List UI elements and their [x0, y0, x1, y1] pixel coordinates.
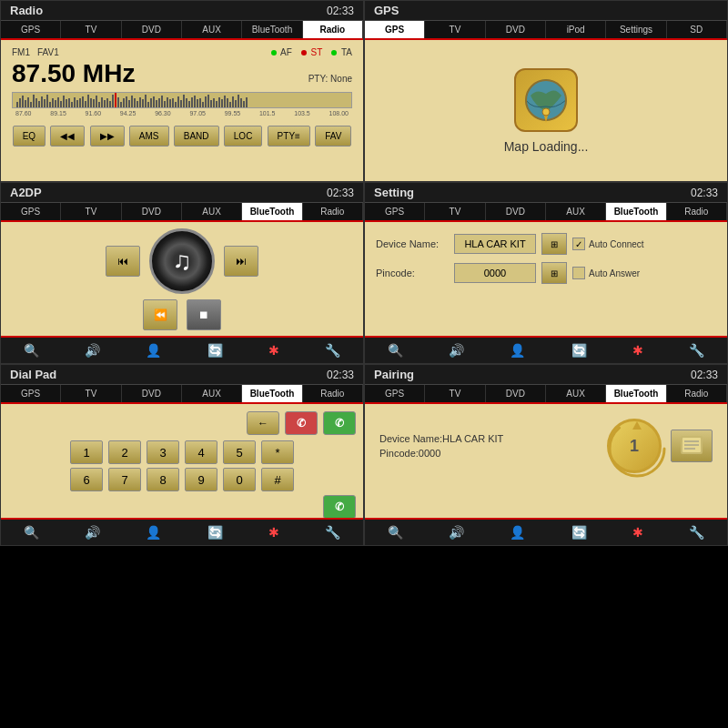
dialpad-keypad: ← ✆ ✆ 1 2 3 4 5 * 6 7 8 9 0 # ✆ [5, 408, 359, 518]
setting-content: Device Name: ⊞ ✓ Auto Connect Pincode: ⊞… [365, 222, 727, 336]
dialpad-bluetooth-icon[interactable]: ✱ [263, 523, 285, 541]
tab-dialpad-bluetooth[interactable]: BlueTooth [242, 385, 302, 402]
pairing-contact-icon[interactable]: 👤 [504, 523, 531, 541]
hangup-button[interactable]: ✆ [285, 411, 318, 435]
key-hash[interactable]: # [261, 468, 294, 491]
eq-button[interactable]: EQ [13, 126, 46, 147]
tab-pairing-aux[interactable]: AUX [546, 385, 606, 402]
search-icon[interactable]: 🔍 [18, 341, 45, 359]
loc-button[interactable]: LOC [224, 126, 263, 147]
a2dp-next-button[interactable]: ⏭ [224, 246, 258, 277]
key-8[interactable]: 8 [147, 468, 179, 491]
tab-gps-tv[interactable]: TV [425, 21, 485, 38]
tab-dialpad-gps[interactable]: GPS [1, 385, 61, 402]
setting-search-icon[interactable]: 🔍 [382, 341, 409, 359]
tab-dialpad-dvd[interactable]: DVD [122, 385, 182, 402]
pairing-volume-icon[interactable]: 🔊 [443, 523, 470, 541]
tab-gps[interactable]: GPS [1, 21, 61, 38]
pty-button[interactable]: PTY≡ [268, 126, 310, 147]
tab-gps-ipod[interactable]: iPod [546, 21, 606, 38]
tab-tv[interactable]: TV [61, 21, 121, 38]
tab-dvd[interactable]: DVD [122, 21, 182, 38]
tab-a2dp-bluetooth[interactable]: BlueTooth [242, 203, 302, 220]
dialpad-contact-icon[interactable]: 👤 [140, 523, 167, 541]
device-name-grid-button[interactable]: ⊞ [541, 233, 567, 255]
tab-setting-gps[interactable]: GPS [365, 203, 425, 220]
key-star[interactable]: * [261, 440, 294, 464]
tab-pairing-tv[interactable]: TV [425, 385, 485, 402]
tab-dialpad-aux[interactable]: AUX [182, 385, 242, 402]
tab-setting-bluetooth[interactable]: BlueTooth [606, 203, 666, 220]
setting-contact-icon[interactable]: 👤 [504, 341, 531, 359]
volume-icon[interactable]: 🔊 [79, 341, 106, 359]
answer-button-2[interactable]: ✆ [323, 495, 356, 518]
pairing-bluetooth-icon[interactable]: ✱ [627, 523, 649, 541]
tab-pairing-radio[interactable]: Radio [667, 385, 727, 402]
bluetooth-icon[interactable]: ✱ [263, 341, 285, 359]
pairing-refresh-icon[interactable]: 🔄 [566, 523, 592, 541]
pairing-search-icon[interactable]: 🔍 [382, 523, 409, 541]
dialpad-volume-icon[interactable]: 🔊 [79, 523, 106, 541]
key-5[interactable]: 5 [223, 440, 256, 464]
radio-content: FM1 FAV1 AF ST TA 87.50 MHz [1, 40, 363, 181]
tab-a2dp-tv[interactable]: TV [61, 203, 121, 220]
tab-pairing-bluetooth[interactable]: BlueTooth [606, 385, 666, 402]
ams-button[interactable]: AMS [129, 126, 169, 147]
tab-dialpad-tv[interactable]: TV [61, 385, 121, 402]
prev-prev-button[interactable]: ◀◀ [50, 126, 85, 147]
key-6[interactable]: 6 [70, 468, 103, 491]
auto-connect-checkbox[interactable]: ✓ [572, 238, 585, 250]
tab-gps-sd[interactable]: SD [667, 21, 727, 38]
key-2[interactable]: 2 [108, 440, 141, 464]
band-button[interactable]: BAND [174, 126, 219, 147]
a2dp-stop-button[interactable]: ⏹ [187, 299, 221, 330]
contact-icon[interactable]: 👤 [140, 341, 167, 359]
music-note-icon: ♫ [173, 247, 192, 276]
backspace-button[interactable]: ← [247, 411, 279, 435]
tab-a2dp-radio[interactable]: Radio [303, 203, 363, 220]
answer-button[interactable]: ✆ [323, 411, 356, 435]
tab-aux[interactable]: AUX [182, 21, 242, 38]
tab-pairing-gps[interactable]: GPS [365, 385, 425, 402]
setting-volume-icon[interactable]: 🔊 [443, 341, 470, 359]
a2dp-prev-track-button[interactable]: ⏪ [143, 299, 177, 330]
key-0[interactable]: 0 [223, 468, 256, 491]
dialpad-search-icon[interactable]: 🔍 [18, 523, 45, 541]
dialpad-refresh-icon[interactable]: 🔄 [202, 523, 228, 541]
pincode-input[interactable] [454, 263, 536, 283]
pairing-confirm-button[interactable] [671, 430, 713, 462]
pairing-settings-icon[interactable]: 🔧 [683, 523, 710, 541]
key-1[interactable]: 1 [70, 440, 103, 464]
auto-answer-checkbox[interactable] [572, 267, 585, 279]
setting-bluetooth-icon[interactable]: ✱ [627, 341, 649, 359]
key-7[interactable]: 7 [108, 468, 141, 491]
fav-button[interactable]: FAV [315, 126, 351, 147]
tab-setting-radio[interactable]: Radio [667, 203, 727, 220]
music-disc: ♫ [149, 228, 215, 294]
next-next-button[interactable]: ▶▶ [90, 126, 125, 147]
tab-setting-tv[interactable]: TV [425, 203, 485, 220]
tab-a2dp-gps[interactable]: GPS [1, 203, 61, 220]
key-4[interactable]: 4 [185, 440, 217, 464]
pincode-grid-button[interactable]: ⊞ [541, 262, 567, 284]
settings-icon[interactable]: 🔧 [319, 341, 346, 359]
device-name-input[interactable] [454, 234, 536, 254]
tab-setting-aux[interactable]: AUX [546, 203, 606, 220]
tab-a2dp-dvd[interactable]: DVD [122, 203, 182, 220]
tab-gps-gps[interactable]: GPS [365, 21, 425, 38]
tab-bluetooth[interactable]: BlueTooth [242, 21, 302, 38]
tab-setting-dvd[interactable]: DVD [486, 203, 546, 220]
tab-pairing-dvd[interactable]: DVD [486, 385, 546, 402]
dialpad-settings-icon[interactable]: 🔧 [319, 523, 346, 541]
tab-radio[interactable]: Radio [303, 21, 363, 38]
tab-gps-settings[interactable]: Settings [606, 21, 666, 38]
a2dp-prev-button[interactable]: ⏮ [106, 246, 140, 277]
setting-settings-icon[interactable]: 🔧 [683, 341, 710, 359]
key-3[interactable]: 3 [147, 440, 179, 464]
tab-dialpad-radio[interactable]: Radio [303, 385, 363, 402]
tab-a2dp-aux[interactable]: AUX [182, 203, 242, 220]
key-9[interactable]: 9 [185, 468, 217, 491]
setting-refresh-icon[interactable]: 🔄 [566, 341, 592, 359]
refresh-icon[interactable]: 🔄 [202, 341, 228, 359]
tab-gps-dvd[interactable]: DVD [486, 21, 546, 38]
